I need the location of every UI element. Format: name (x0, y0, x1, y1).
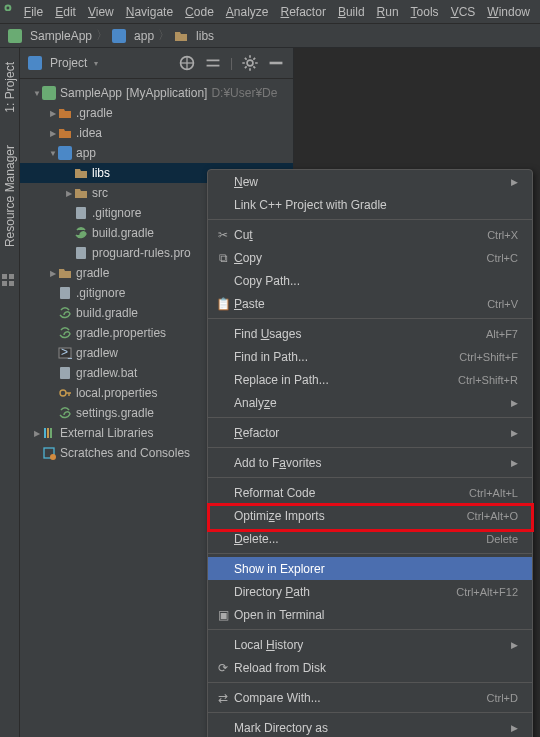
svg-rect-8 (28, 56, 42, 70)
ctx-reformat[interactable]: Reformat CodeCtrl+Alt+L (208, 481, 532, 504)
menu-navigate[interactable]: Navigate (120, 5, 179, 19)
ctx-show-in-explorer[interactable]: Show in Explorer (208, 557, 532, 580)
submenu-arrow-icon: ▶ (511, 177, 518, 187)
expand-all-button[interactable] (204, 54, 222, 72)
app-icon (8, 29, 22, 43)
breadcrumb-app[interactable]: app (112, 29, 154, 43)
hide-button[interactable] (267, 54, 285, 72)
ctx-link-cpp[interactable]: Link C++ Project with Gradle (208, 193, 532, 216)
svg-rect-5 (9, 274, 14, 279)
menu-code[interactable]: Code (179, 5, 220, 19)
breadcrumb-separator: 〉 (158, 27, 170, 44)
shell-icon: >_ (58, 346, 72, 360)
ctx-paste[interactable]: 📋PasteCtrl+V (208, 292, 532, 315)
separator (208, 318, 532, 319)
tool-tab-resource-manager[interactable]: Resource Manager (3, 139, 17, 253)
breadcrumb-root[interactable]: SampleApp (8, 29, 92, 43)
tree-node-root[interactable]: ▼SampleApp[MyApplication]D:¥User¥De (20, 83, 293, 103)
submenu-arrow-icon: ▶ (511, 398, 518, 408)
cut-icon: ✂ (214, 228, 232, 242)
tree-node-app[interactable]: ▼app (20, 143, 293, 163)
menu-tools[interactable]: Tools (405, 5, 445, 19)
ctx-analyze[interactable]: Analyze▶ (208, 391, 532, 414)
ctx-local-history[interactable]: Local History▶ (208, 633, 532, 656)
menu-analyze[interactable]: Analyze (220, 5, 275, 19)
ctx-compare-with[interactable]: ⇄Compare With...Ctrl+D (208, 686, 532, 709)
menu-window[interactable]: Window (481, 5, 536, 19)
svg-rect-15 (58, 146, 72, 160)
menu-file[interactable]: File (18, 5, 49, 19)
ctx-find-usages[interactable]: Find UsagesAlt+F7 (208, 322, 532, 345)
submenu-arrow-icon: ▶ (511, 428, 518, 438)
context-menu: New▶ Link C++ Project with Gradle ✂CutCt… (207, 169, 533, 737)
menu-bar: File Edit View Navigate Code Analyze Ref… (0, 0, 540, 24)
ctx-copy[interactable]: ⧉CopyCtrl+C (208, 246, 532, 269)
select-opened-file-button[interactable] (178, 54, 196, 72)
menu-vcs[interactable]: VCS (445, 5, 482, 19)
ctx-optimize-imports[interactable]: Optimize ImportsCtrl+Alt+O (208, 504, 532, 527)
svg-rect-18 (60, 287, 70, 299)
file-icon (74, 246, 88, 260)
separator (208, 417, 532, 418)
ctx-mark-directory[interactable]: Mark Directory as▶ (208, 716, 532, 737)
android-studio-logo (4, 4, 12, 20)
tree-node-gradle[interactable]: ▶.gradle (20, 103, 293, 123)
arrow-right-icon: ▶ (64, 189, 74, 198)
ctx-cut[interactable]: ✂CutCtrl+X (208, 223, 532, 246)
ctx-find-in-path[interactable]: Find in Path...Ctrl+Shift+F (208, 345, 532, 368)
reload-icon: ⟳ (214, 661, 232, 675)
svg-point-27 (50, 454, 56, 460)
svg-rect-2 (8, 29, 22, 43)
gradle-icon (58, 306, 72, 320)
ctx-delete[interactable]: Delete...Delete (208, 527, 532, 550)
arrow-right-icon: ▶ (32, 429, 42, 438)
svg-rect-14 (42, 86, 56, 100)
tool-tab-project[interactable]: 1: Project (3, 56, 17, 119)
svg-rect-21 (60, 367, 70, 379)
build-variants-icon[interactable] (1, 273, 15, 287)
breadcrumb-label: SampleApp (30, 29, 92, 43)
arrow-down-icon: ▼ (48, 149, 58, 158)
ctx-new[interactable]: New▶ (208, 170, 532, 193)
menu-refactor[interactable]: Refactor (275, 5, 332, 19)
svg-rect-7 (9, 281, 14, 286)
ctx-add-favorites[interactable]: Add to Favorites▶ (208, 451, 532, 474)
svg-point-22 (60, 390, 66, 396)
gradle-icon (58, 406, 72, 420)
menu-build[interactable]: Build (332, 5, 371, 19)
menu-run[interactable]: Run (371, 5, 405, 19)
ctx-reload-disk[interactable]: ⟳Reload from Disk (208, 656, 532, 679)
breadcrumb-label: app (134, 29, 154, 43)
folder-icon (74, 166, 88, 180)
separator (208, 219, 532, 220)
ctx-open-terminal[interactable]: ▣Open in Terminal (208, 603, 532, 626)
module-icon (112, 29, 126, 43)
ctx-refactor[interactable]: Refactor▶ (208, 421, 532, 444)
separator (208, 553, 532, 554)
separator (208, 682, 532, 683)
menu-view[interactable]: View (82, 5, 120, 19)
chevron-down-icon: ▾ (91, 59, 101, 68)
separator (208, 712, 532, 713)
svg-rect-6 (2, 281, 7, 286)
file-icon (58, 366, 72, 380)
project-panel-header: Project ▾ | (20, 48, 293, 79)
svg-rect-25 (50, 428, 52, 438)
gradle-icon (58, 326, 72, 340)
svg-rect-24 (47, 428, 49, 438)
project-view-selector[interactable]: Project ▾ (28, 56, 170, 70)
breadcrumb-label: libs (196, 29, 214, 43)
tree-node-idea[interactable]: ▶.idea (20, 123, 293, 143)
submenu-arrow-icon: ▶ (511, 723, 518, 733)
folder-icon (58, 126, 72, 140)
gradle-icon (74, 226, 88, 240)
ctx-replace-in-path[interactable]: Replace in Path...Ctrl+Shift+R (208, 368, 532, 391)
menu-edit[interactable]: Edit (49, 5, 82, 19)
breadcrumb-libs[interactable]: libs (174, 29, 214, 43)
ctx-copy-path[interactable]: Copy Path... (208, 269, 532, 292)
ctx-directory-path[interactable]: Directory PathCtrl+Alt+F12 (208, 580, 532, 603)
svg-rect-16 (76, 207, 86, 219)
gear-icon[interactable] (241, 54, 259, 72)
folder-icon (58, 266, 72, 280)
breadcrumb: SampleApp 〉 app 〉 libs (0, 24, 540, 48)
